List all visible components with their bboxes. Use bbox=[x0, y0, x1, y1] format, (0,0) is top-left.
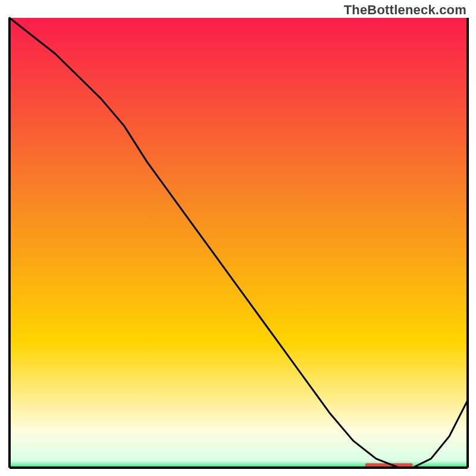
plot-background bbox=[10, 18, 468, 468]
chart-frame: TheBottleneck.com bbox=[0, 0, 476, 476]
bottleneck-chart bbox=[0, 0, 476, 476]
